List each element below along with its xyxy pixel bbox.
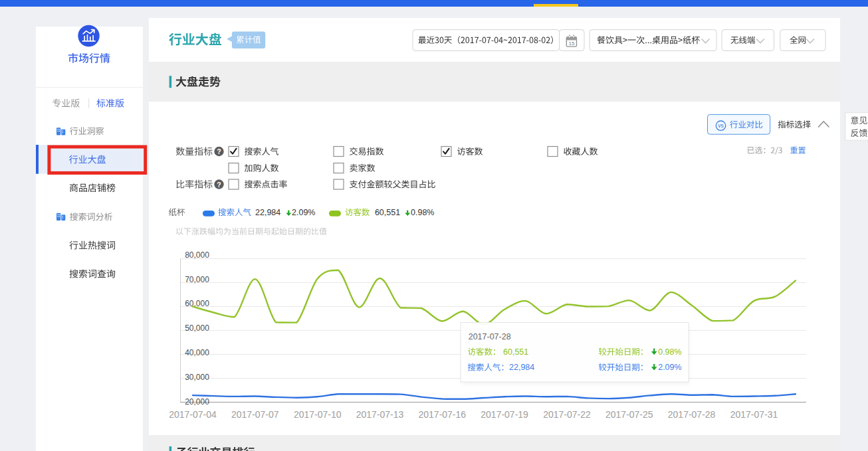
svg-text:70,000: 70,000	[185, 275, 209, 284]
svg-text:2017-07-07: 2017-07-07	[231, 409, 279, 420]
svg-text:2017-07-16: 2017-07-16	[418, 409, 466, 420]
svg-text:2017-07-31: 2017-07-31	[730, 409, 778, 420]
svg-text:50,000: 50,000	[185, 323, 209, 333]
svg-text:2017-07-10: 2017-07-10	[294, 409, 342, 420]
svg-text:22,984: 22,984	[255, 208, 280, 217]
svg-text:60,551: 60,551	[503, 347, 528, 357]
svg-text:22,984: 22,984	[509, 363, 534, 372]
svg-text:2017-07-25: 2017-07-25	[605, 409, 653, 420]
svg-text:30,000: 30,000	[185, 373, 209, 382]
svg-text:2017-07-22: 2017-07-22	[543, 409, 591, 420]
svg-text:0.98%: 0.98%	[411, 208, 434, 217]
svg-text:15: 15	[568, 41, 574, 46]
svg-text:2017-07-28: 2017-07-28	[668, 409, 716, 420]
svg-text:60,551: 60,551	[375, 208, 400, 217]
svg-text:2.09%: 2.09%	[658, 363, 681, 372]
svg-text:2017-07-28: 2017-07-28	[469, 332, 511, 341]
svg-text:80,000: 80,000	[185, 250, 209, 260]
svg-text:2.09%: 2.09%	[292, 208, 315, 217]
svg-text:0.98%: 0.98%	[658, 347, 681, 357]
svg-text:2017-07-13: 2017-07-13	[356, 409, 404, 420]
svg-text:2017-07-04: 2017-07-04	[169, 409, 217, 420]
svg-text:2017-07-19: 2017-07-19	[481, 409, 528, 420]
svg-text:40,000: 40,000	[185, 348, 209, 357]
svg-text:20,000: 20,000	[185, 397, 209, 406]
svg-text:?: ?	[217, 147, 221, 155]
svg-text:vs: vs	[718, 122, 724, 129]
svg-text:?: ?	[217, 181, 221, 189]
